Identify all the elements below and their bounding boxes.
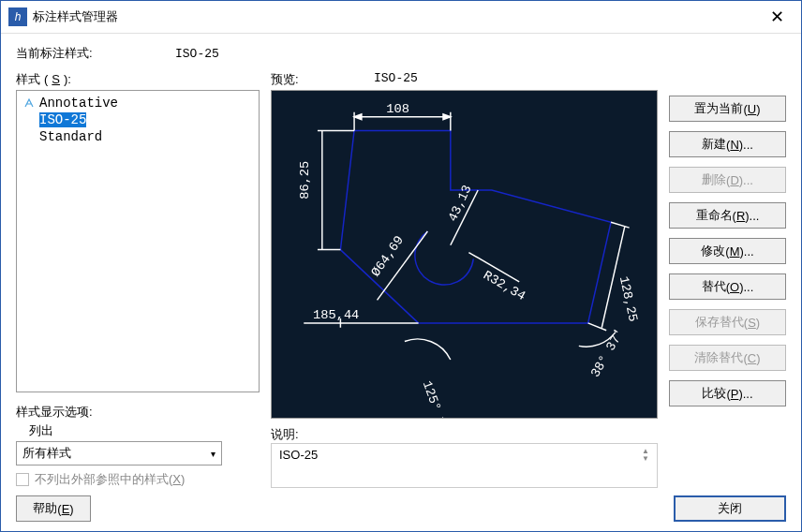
close-button[interactable]: 关闭 <box>674 495 786 522</box>
set-current-button[interactable]: 置为当前(U) <box>669 96 786 122</box>
dropdown-value: 所有样式 <box>22 445 71 462</box>
list-label: 列出 <box>29 422 260 439</box>
svg-text:185,44: 185,44 <box>313 308 359 322</box>
current-style-value: ISO-25 <box>175 47 219 61</box>
styles-listbox[interactable]: Annotative ISO-25 Standard <box>16 90 260 392</box>
svg-text:38° 37': 38° 37' <box>588 326 628 379</box>
spin-icon[interactable]: ▲▼ <box>642 448 649 463</box>
checkbox-box <box>16 473 29 486</box>
override-button[interactable]: 替代(O)... <box>669 273 786 300</box>
preview-label: 预览: <box>271 71 374 88</box>
close-icon[interactable]: ✕ <box>760 1 794 33</box>
description-value: ISO-25 <box>279 448 318 462</box>
clear-override-button: 清除替代(C) <box>669 345 786 371</box>
styles-label: 样式(S): <box>16 71 260 88</box>
help-button[interactable]: 帮助(E) <box>16 495 91 522</box>
list-item-iso25[interactable]: ISO-25 <box>21 111 255 128</box>
svg-text:86,25: 86,25 <box>298 161 312 200</box>
description-label: 说明: <box>271 426 658 443</box>
preview-canvas: 108 86,25 128,25 <box>271 90 658 419</box>
filter-dropdown[interactable]: 所有样式 ▾ <box>16 441 222 466</box>
rename-button[interactable]: 重命名(R)... <box>669 202 786 229</box>
list-item-annotative[interactable]: Annotative <box>21 95 255 111</box>
chevron-down-icon: ▾ <box>211 449 215 459</box>
dialog-title: 标注样式管理器 <box>33 8 760 25</box>
svg-text:125° 17': 125° 17' <box>420 379 454 418</box>
hide-xref-checkbox: 不列出外部参照中的样式(X) <box>16 471 260 488</box>
svg-text:128,25: 128,25 <box>616 275 640 323</box>
current-style-label: 当前标注样式: <box>16 45 175 62</box>
annotative-icon <box>22 97 36 109</box>
display-options-label: 样式显示选项: <box>16 404 260 421</box>
delete-button: 删除(D)... <box>669 167 786 193</box>
titlebar: h 标注样式管理器 ✕ <box>1 1 801 34</box>
preview-style-name: ISO-25 <box>374 71 418 88</box>
compare-button[interactable]: 比较(P)... <box>669 380 786 406</box>
description-box: ISO-25 ▲▼ <box>271 443 658 488</box>
app-icon: h <box>8 7 27 26</box>
svg-text:108: 108 <box>386 102 409 116</box>
list-item-standard[interactable]: Standard <box>21 128 255 145</box>
save-override-button: 保存替代(S) <box>669 309 786 335</box>
new-button[interactable]: 新建(N)... <box>669 131 786 157</box>
modify-button[interactable]: 修改(M)... <box>669 238 786 264</box>
svg-text:Ø64,69: Ø64,69 <box>369 233 408 279</box>
